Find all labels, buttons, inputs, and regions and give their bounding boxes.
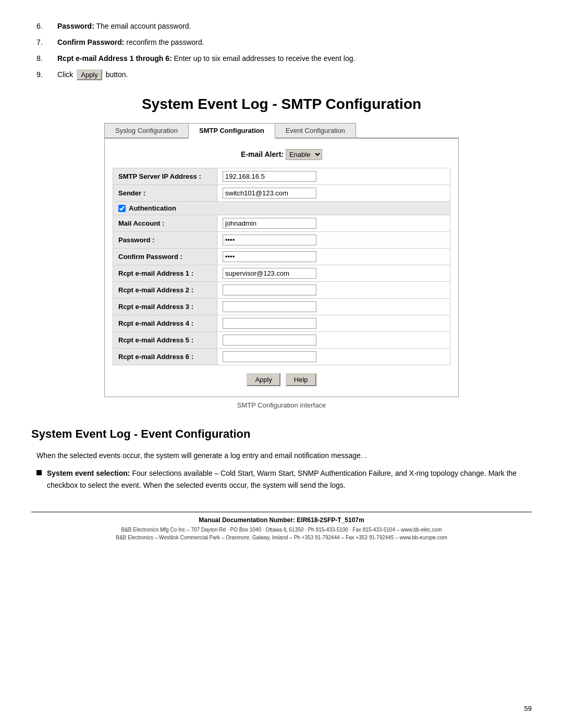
instruction-item-7: Confirm Password: reconfirm the password… (52, 37, 532, 48)
table-row-mail-account: Mail Account : (113, 215, 450, 232)
apply-button-inline[interactable]: Apply (77, 69, 102, 80)
rcpt3-cell (217, 299, 450, 315)
smtp-ip-label: SMTP Server IP Address : (113, 168, 217, 185)
auth-text: Authentication (129, 204, 176, 212)
instructions-section: Password: The email account password. Co… (31, 21, 532, 80)
rcpt5-cell (217, 332, 450, 349)
table-row-smtp-ip: SMTP Server IP Address : (113, 168, 450, 185)
rcpt6-cell (217, 349, 450, 365)
instruction-6-text: The email account password. (94, 22, 191, 30)
tab-smtp-label: SMTP Configuration (199, 127, 264, 134)
tab-syslog-label: Syslog Configuration (115, 127, 178, 134)
instruction-8-text: Enter up to six email addresses to recei… (172, 54, 356, 63)
footer-line1: B&B Electronics Mfg Co Inc – 707 Dayton … (31, 526, 532, 534)
instruction-7-text: reconfirm the password. (124, 38, 204, 46)
table-row-password: Password : (113, 232, 450, 249)
table-row-rcpt6: Rcpt e-mail Address 6 : (113, 349, 450, 365)
table-row-authentication: Authentication (113, 202, 450, 215)
bullet-icon (36, 470, 42, 475)
rcpt6-label: Rcpt e-mail Address 6 : (113, 349, 217, 365)
instruction-item-8: Rcpt e-mail Address 1 through 6: Enter u… (52, 53, 532, 64)
rcpt3-input[interactable] (223, 301, 316, 312)
smtp-section-title: System Event Log - SMTP Configuration (31, 96, 532, 113)
tab-smtp[interactable]: SMTP Configuration (188, 123, 275, 139)
footer-line2: B&B Electronics – Westlink Commercial Pa… (31, 534, 532, 541)
rcpt6-input[interactable] (223, 351, 316, 362)
event-bullet-list: System event selection: Four selections … (31, 467, 532, 491)
list-item-system-event: System event selection: Four selections … (36, 467, 532, 491)
table-row-rcpt2: Rcpt e-mail Address 2 : (113, 282, 450, 299)
smtp-form-table: SMTP Server IP Address : Sender : Authen… (113, 168, 450, 365)
tab-event[interactable]: Event Configuration (275, 123, 356, 138)
rcpt4-input[interactable] (223, 318, 316, 329)
rcpt1-cell (217, 265, 450, 282)
auth-checkbox-label: Authentication (118, 204, 445, 212)
instruction-9-pre: Click (57, 70, 75, 79)
table-row-rcpt1: Rcpt e-mail Address 1 : (113, 265, 450, 282)
table-row-sender: Sender : (113, 185, 450, 202)
form-buttons: Apply Help (113, 373, 450, 386)
table-row-rcpt3: Rcpt e-mail Address 3 : (113, 299, 450, 315)
instruction-6-bold: Password: (57, 22, 94, 30)
rcpt4-cell (217, 315, 450, 332)
mail-account-cell (217, 215, 450, 232)
rcpt1-label: Rcpt e-mail Address 1 : (113, 265, 217, 282)
email-alert-row: E-mail Alert: Enable Disable (113, 149, 450, 160)
tab-event-label: Event Configuration (286, 127, 345, 134)
table-row-rcpt5: Rcpt e-mail Address 5 : (113, 332, 450, 349)
sender-label: Sender : (113, 185, 217, 202)
help-button[interactable]: Help (286, 373, 316, 386)
rcpt3-label: Rcpt e-mail Address 3 : (113, 299, 217, 315)
password-cell (217, 232, 450, 249)
auth-cell: Authentication (113, 202, 450, 215)
tab-syslog[interactable]: Syslog Configuration (104, 123, 189, 138)
sender-input[interactable] (223, 188, 316, 199)
instruction-7-bold: Confirm Password: (57, 38, 124, 46)
config-form-wrapper: E-mail Alert: Enable Disable SMTP Server… (104, 139, 459, 397)
rcpt2-label: Rcpt e-mail Address 2 : (113, 282, 217, 299)
password-input[interactable] (223, 235, 316, 245)
rcpt5-input[interactable] (223, 335, 316, 346)
table-row-rcpt4: Rcpt e-mail Address 4 : (113, 315, 450, 332)
system-event-bold: System event selection: (47, 469, 130, 477)
mail-account-label: Mail Account : (113, 215, 217, 232)
rcpt2-cell (217, 282, 450, 299)
email-alert-label: E-mail Alert: (241, 150, 284, 158)
sender-cell (217, 185, 450, 202)
page-number: 59 (524, 705, 532, 712)
footer-manual: Manual Documentation Number: EIR618-2SFP… (31, 516, 532, 524)
instruction-9-post: button. (104, 70, 128, 79)
footer: Manual Documentation Number: EIR618-2SFP… (31, 512, 532, 541)
rcpt2-input[interactable] (223, 285, 316, 295)
smtp-ip-input[interactable] (223, 171, 316, 182)
mail-account-input[interactable] (223, 218, 316, 229)
rcpt1-input[interactable] (223, 268, 316, 279)
apply-button[interactable]: Apply (247, 373, 280, 386)
instruction-item-6: Password: The email account password. (52, 21, 532, 32)
event-section-title: System Event Log - Event Configuration (31, 427, 532, 443)
instruction-8-bold: Rcpt e-mail Address 1 through 6: (57, 54, 172, 63)
smtp-ip-cell (217, 168, 450, 185)
confirm-password-cell (217, 249, 450, 265)
auth-checkbox[interactable] (118, 205, 126, 212)
confirm-password-input[interactable] (223, 251, 316, 262)
instruction-item-9: Click Apply button. (52, 69, 532, 80)
tabs-container: Syslog Configuration SMTP Configuration … (104, 123, 459, 139)
table-row-confirm-password: Confirm Password : (113, 249, 450, 265)
system-event-text: System event selection: Four selections … (47, 467, 532, 491)
confirm-password-label: Confirm Password : (113, 249, 217, 265)
email-alert-select[interactable]: Enable Disable (286, 149, 322, 160)
event-intro-text: When the selected events occur, the syst… (31, 450, 532, 461)
rcpt5-label: Rcpt e-mail Address 5 : (113, 332, 217, 349)
password-label: Password : (113, 232, 217, 249)
smtp-caption: SMTP Configuration interface (31, 401, 532, 409)
rcpt4-label: Rcpt e-mail Address 4 : (113, 315, 217, 332)
